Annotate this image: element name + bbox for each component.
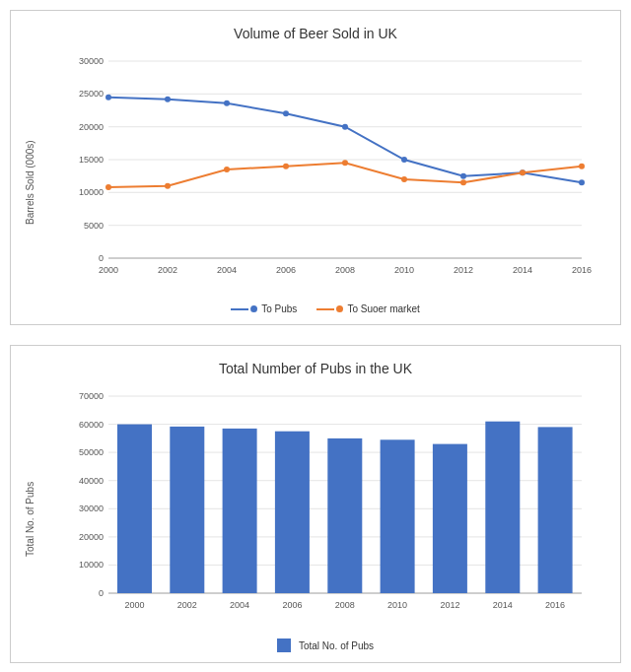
line-chart-y-axis-label: Barrels Sold (000s) [21,51,38,314]
svg-text:2008: 2008 [335,265,355,275]
svg-text:2010: 2010 [387,600,407,610]
svg-text:2016: 2016 [572,265,592,275]
svg-text:30000: 30000 [79,504,104,513]
svg-point-31 [579,179,585,185]
svg-text:2014: 2014 [493,600,513,610]
svg-text:2012: 2012 [454,265,473,275]
legend-pubs-line [231,308,248,310]
svg-text:2004: 2004 [217,265,237,275]
svg-point-27 [342,124,348,130]
line-chart-body: 30000 25000 20000 15000 10000 5000 0 200… [40,51,610,314]
svg-text:0: 0 [99,253,104,263]
legend-pubs-label: To Pubs [261,303,297,314]
svg-point-39 [579,164,585,169]
line-chart-svg: 30000 25000 20000 15000 10000 5000 0 200… [40,51,610,298]
svg-text:2016: 2016 [545,600,565,610]
svg-text:10000: 10000 [79,560,104,570]
svg-text:20000: 20000 [79,532,104,542]
svg-text:70000: 70000 [79,391,104,401]
legend-total-pubs-label: Total No. of Pubs [299,640,374,651]
to-supermarket-dot [105,184,111,190]
svg-point-34 [283,164,289,169]
svg-point-28 [401,157,407,163]
svg-text:2002: 2002 [177,600,197,610]
bar-chart-legend: Total No. of Pubs [40,638,610,652]
svg-text:2006: 2006 [282,600,302,610]
to-supermarket-line [108,163,582,187]
svg-text:2002: 2002 [158,265,177,275]
svg-point-36 [401,176,407,182]
svg-point-25 [224,101,230,106]
legend-supermarket-dot [336,305,343,312]
line-chart-area: Barrels Sold (000s) 30000 25000 20000 [21,51,610,314]
svg-text:40000: 40000 [79,476,104,486]
legend-item-pubs: To Pubs [231,303,297,314]
bar-chart-y-axis-label: Total No. of Pubs [21,386,38,652]
svg-text:60000: 60000 [79,420,104,430]
bar-chart-area: Total No. of Pubs 70000 60000 50000 4000… [21,386,610,652]
svg-point-26 [283,110,289,116]
legend-supermarket-label: To Suoer market [347,303,419,314]
line-chart-container: Volume of Beer Sold in UK Barrels Sold (… [10,10,621,325]
bar-2000 [117,425,152,593]
legend-pubs-dot [250,305,257,312]
line-chart-title: Volume of Beer Sold in UK [21,26,610,41]
to-pubs-dot [105,95,111,101]
line-chart-legend: To Pubs To Suoer market [40,303,610,314]
bar-2002 [170,427,204,593]
svg-point-32 [165,183,171,189]
bar-2006 [275,432,310,593]
svg-text:0: 0 [99,588,104,598]
svg-text:30000: 30000 [79,56,104,66]
svg-text:25000: 25000 [79,89,104,99]
svg-point-37 [460,179,466,185]
svg-text:20000: 20000 [79,122,104,132]
svg-point-38 [520,169,526,175]
bar-2012 [433,444,467,593]
bar-chart-body: 70000 60000 50000 40000 30000 20000 1000… [40,386,610,652]
svg-text:2000: 2000 [124,600,144,610]
svg-text:2010: 2010 [394,265,414,275]
svg-text:50000: 50000 [79,447,104,457]
svg-text:2012: 2012 [440,600,459,610]
bar-2010 [381,439,415,593]
svg-point-29 [460,173,466,179]
bar-2008 [327,438,362,593]
svg-point-33 [224,167,230,172]
legend-item-supermarket: To Suoer market [316,303,419,314]
legend-item-total-pubs: Total No. of Pubs [277,638,374,652]
svg-text:2004: 2004 [230,600,249,610]
to-pubs-line [108,98,582,183]
svg-text:15000: 15000 [79,155,104,165]
bar-chart-svg: 70000 60000 50000 40000 30000 20000 1000… [40,386,610,633]
svg-text:2014: 2014 [513,265,532,275]
bar-2004 [223,429,257,593]
svg-text:2008: 2008 [335,600,355,610]
svg-point-35 [342,160,348,166]
legend-supermarket-line [316,308,334,310]
bar-2014 [485,422,520,593]
svg-text:10000: 10000 [79,187,104,197]
bar-chart-container: Total Number of Pubs in the UK Total No.… [10,345,621,663]
svg-text:2006: 2006 [276,265,296,275]
bar-chart-title: Total Number of Pubs in the UK [21,361,610,376]
svg-point-24 [165,97,171,102]
svg-text:5000: 5000 [84,221,104,231]
bar-2016 [538,427,573,593]
legend-total-pubs-swatch [277,638,291,652]
svg-text:2000: 2000 [99,265,118,275]
